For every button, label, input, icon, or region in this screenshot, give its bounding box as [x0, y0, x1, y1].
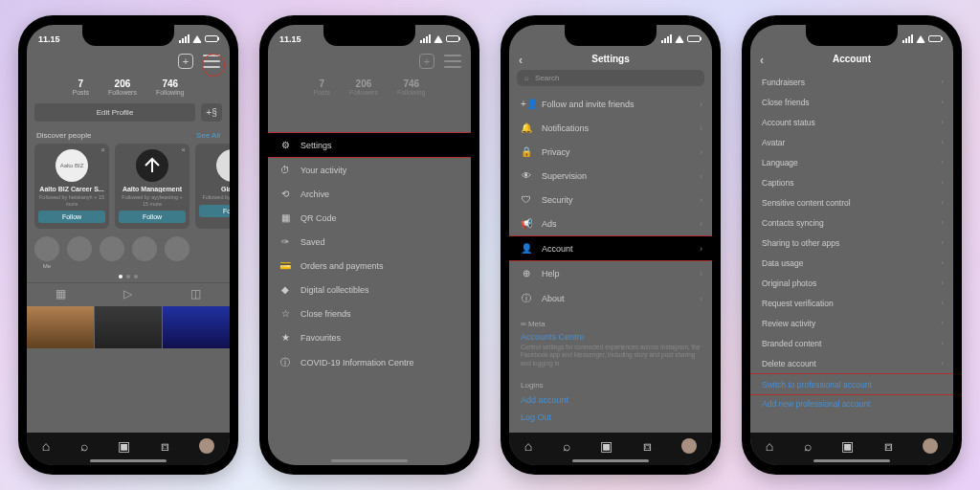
- settings-item[interactable]: 👁Supervision›: [509, 164, 712, 188]
- chevron-right-icon: ›: [941, 299, 944, 307]
- reels-icon[interactable]: ▣: [600, 438, 612, 454]
- account-item[interactable]: Language›: [750, 152, 953, 172]
- follow-button[interactable]: Follow: [119, 211, 186, 223]
- back-icon[interactable]: ‹: [519, 54, 523, 67]
- chevron-right-icon: ›: [700, 269, 702, 278]
- discover-people-button[interactable]: +§: [201, 103, 222, 122]
- close-icon[interactable]: ×: [181, 145, 186, 154]
- switch-professional-link[interactable]: Switch to professional account: [750, 373, 953, 395]
- grid-tab-icon[interactable]: ▦: [56, 287, 66, 301]
- stat-following[interactable]: 746Following: [156, 78, 185, 96]
- menu-button: [444, 55, 461, 68]
- row-icon: 👤: [521, 243, 532, 254]
- discover-label: Discover people: [36, 131, 91, 140]
- follow-button[interactable]: Follow: [38, 211, 105, 223]
- highlight-menu-circle: [202, 54, 225, 77]
- chevron-right-icon: ›: [941, 118, 944, 126]
- row-icon: 📢: [521, 218, 532, 229]
- account-item[interactable]: Request verification›: [750, 293, 953, 313]
- settings-item[interactable]: 🔒Privacy›: [509, 140, 712, 164]
- post-thumb[interactable]: [163, 306, 230, 348]
- story[interactable]: [165, 236, 189, 261]
- reels-icon[interactable]: ▣: [841, 438, 854, 454]
- account-item[interactable]: Sensitive content control›: [750, 192, 953, 212]
- settings-item[interactable]: +👤Follow and invite friends›: [509, 92, 712, 116]
- back-icon[interactable]: ‹: [760, 54, 764, 67]
- account-item[interactable]: Account status›: [750, 112, 953, 132]
- profile-icon[interactable]: [681, 438, 697, 454]
- account-item[interactable]: Sharing to other apps›: [750, 233, 953, 253]
- search-icon[interactable]: ⌕: [80, 438, 88, 454]
- settings-item[interactable]: 📢Ads›: [509, 212, 712, 235]
- chevron-right-icon: ›: [941, 178, 944, 187]
- account-item[interactable]: Contacts syncing›: [750, 212, 953, 233]
- search-icon[interactable]: ⌕: [563, 438, 570, 454]
- account-item[interactable]: Captions›: [750, 172, 953, 192]
- story[interactable]: [100, 236, 124, 261]
- menu-item[interactable]: ⟲Archive: [268, 182, 471, 206]
- account-item[interactable]: Branded content›: [750, 333, 953, 353]
- post-thumb[interactable]: [95, 306, 162, 348]
- shop-icon[interactable]: ⧈: [884, 438, 893, 455]
- menu-item[interactable]: ⏱Your activity: [268, 158, 471, 182]
- settings-item[interactable]: 🛡Security›: [509, 188, 712, 212]
- menu-item[interactable]: ☆Close friends: [268, 301, 471, 325]
- settings-item[interactable]: 👤Account›: [509, 235, 712, 261]
- menu-item[interactable]: ⓘCOVID-19 Information Centre: [268, 349, 471, 376]
- settings-item[interactable]: 🔔Notifications›: [509, 116, 712, 140]
- log-out-link[interactable]: Log Out: [521, 412, 551, 422]
- menu-item[interactable]: ▦QR Code: [268, 206, 471, 230]
- settings-item[interactable]: ⊕Help›: [509, 261, 712, 285]
- battery-icon: [446, 35, 459, 42]
- menu-item[interactable]: ◆Digital collectibles: [268, 278, 471, 301]
- shop-icon[interactable]: ⧈: [643, 438, 652, 455]
- search-icon[interactable]: ⌕: [804, 438, 812, 454]
- follow-button[interactable]: Follow: [199, 205, 230, 217]
- chevron-right-icon: ›: [700, 219, 702, 229]
- profile-icon[interactable]: [199, 438, 214, 454]
- create-button[interactable]: +: [178, 54, 193, 69]
- suggestion-card: × Aalto BIZ Aalto BIZ Career S... Follow…: [34, 144, 109, 229]
- edit-profile-button[interactable]: Edit Profile: [34, 103, 195, 122]
- reels-icon[interactable]: ▣: [118, 438, 130, 454]
- home-indicator: [813, 459, 890, 462]
- account-item[interactable]: Avatar›: [750, 132, 953, 152]
- see-all-link[interactable]: See All: [196, 131, 220, 140]
- profile-icon[interactable]: [923, 438, 938, 454]
- close-icon[interactable]: ×: [100, 145, 105, 154]
- story[interactable]: [67, 236, 92, 261]
- account-item[interactable]: Data usage›: [750, 253, 953, 273]
- menu-item-settings[interactable]: ⚙Settings: [268, 132, 471, 158]
- reels-tab-icon[interactable]: ▷: [123, 287, 132, 301]
- home-indicator: [572, 459, 649, 462]
- account-item[interactable]: Fundraisers›: [750, 72, 953, 92]
- create-button: +: [419, 54, 434, 69]
- search-input[interactable]: ⌕Search: [517, 70, 704, 86]
- account-item[interactable]: Review activity›: [750, 313, 953, 333]
- menu-icon: ✑: [279, 236, 291, 247]
- tagged-tab-icon[interactable]: ◫: [190, 287, 201, 301]
- home-icon[interactable]: ⌂: [42, 438, 50, 454]
- account-list: Fundraisers›Close friends›Account status…: [750, 70, 953, 373]
- menu-item[interactable]: ✑Saved: [268, 230, 471, 254]
- shop-icon[interactable]: ⧈: [161, 438, 169, 455]
- story[interactable]: [132, 236, 157, 261]
- add-account-link[interactable]: Add account: [521, 395, 568, 405]
- stat-posts[interactable]: 7Posts: [72, 78, 89, 96]
- account-item[interactable]: Close friends›: [750, 92, 953, 112]
- add-professional-link[interactable]: Add new professional account: [762, 399, 870, 409]
- account-item[interactable]: Original photos›: [750, 273, 953, 293]
- menu-item[interactable]: ★Favourites: [268, 325, 471, 349]
- story[interactable]: [34, 236, 59, 261]
- home-icon[interactable]: ⌂: [766, 438, 773, 454]
- settings-item[interactable]: ⓘAbout›: [509, 285, 712, 312]
- notch: [82, 25, 174, 46]
- accounts-centre-link[interactable]: Accounts Centre: [521, 332, 585, 342]
- menu-icon: ◆: [279, 284, 291, 295]
- account-item[interactable]: Delete account›: [750, 353, 953, 373]
- meta-brand: ∞ Meta: [509, 312, 712, 330]
- home-icon[interactable]: ⌂: [524, 438, 532, 454]
- menu-item[interactable]: 💳Orders and payments: [268, 254, 471, 278]
- stat-followers[interactable]: 206Followers: [108, 78, 137, 96]
- post-thumb[interactable]: [27, 306, 94, 348]
